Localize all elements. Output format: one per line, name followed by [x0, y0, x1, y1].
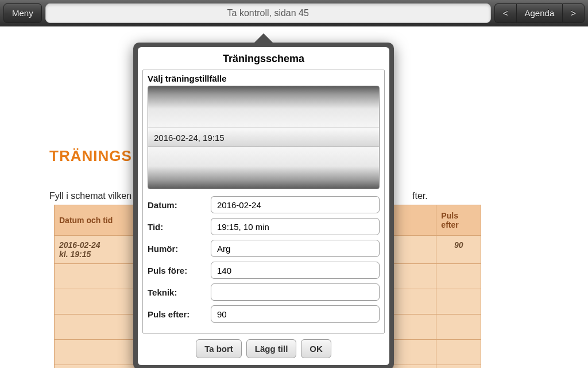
session-picker[interactable]: 2016-02-24, 19:15	[148, 86, 380, 189]
teknik-label: Teknik:	[148, 288, 205, 297]
picker-label: Välj träningstillfälle	[148, 74, 380, 83]
popover: Träningsschema Välj träningstillfälle 20…	[133, 34, 394, 368]
cell-date: 2016-02-24	[59, 240, 100, 250]
tid-input[interactable]	[211, 218, 380, 235]
datum-input[interactable]	[211, 196, 380, 213]
pulsefter-input[interactable]	[211, 305, 380, 323]
next-button[interactable]: >	[562, 3, 585, 23]
cell-puls-efter: 90	[436, 236, 481, 264]
pulsfore-label: Puls före:	[148, 266, 205, 275]
humor-label: Humör:	[148, 244, 205, 254]
page-title-box[interactable]: Ta kontroll, sidan 45	[45, 3, 491, 23]
pulsefter-label: Puls efter:	[148, 309, 205, 319]
modal-button-row: Ta bort Lägg till OK	[142, 339, 385, 358]
desc-right: fter.	[412, 191, 428, 201]
top-toolbar: Meny Ta kontroll, sidan 45 < Agenda >	[0, 0, 588, 26]
tid-label: Tid:	[148, 222, 205, 232]
picker-selected: 2016-02-24, 19:15	[148, 128, 379, 147]
nav-button-group: < Agenda >	[494, 3, 585, 23]
agenda-button[interactable]: Agenda	[516, 3, 563, 23]
page-heading: TRÄNINGS	[49, 147, 132, 165]
page-content: TRÄNINGS Fyll i schemat vilken fter. Dat…	[0, 26, 588, 368]
humor-input[interactable]	[211, 240, 380, 257]
modal-title: Träningsschema	[142, 53, 385, 65]
popover-arrow-icon	[253, 33, 274, 44]
modal-panel: Välj träningstillfälle 2016-02-24, 19:15…	[142, 70, 385, 334]
cell-time: kl. 19:15	[59, 250, 91, 259]
prev-button[interactable]: <	[494, 3, 516, 23]
ok-button[interactable]: OK	[301, 339, 331, 358]
col-puls-efter: Puls efter	[436, 205, 481, 236]
menu-button[interactable]: Meny	[3, 3, 42, 23]
cell-datetime: 2016-02-24 kl. 19:15	[55, 236, 144, 264]
add-button[interactable]: Lägg till	[246, 339, 297, 358]
pulsfore-input[interactable]	[211, 262, 380, 279]
teknik-input[interactable]	[211, 283, 380, 301]
col-datetime: Datum och tid	[55, 205, 144, 236]
delete-button[interactable]: Ta bort	[196, 339, 242, 358]
desc-left: Fyll i schemat vilken	[49, 191, 131, 201]
datum-label: Datum:	[148, 200, 205, 210]
